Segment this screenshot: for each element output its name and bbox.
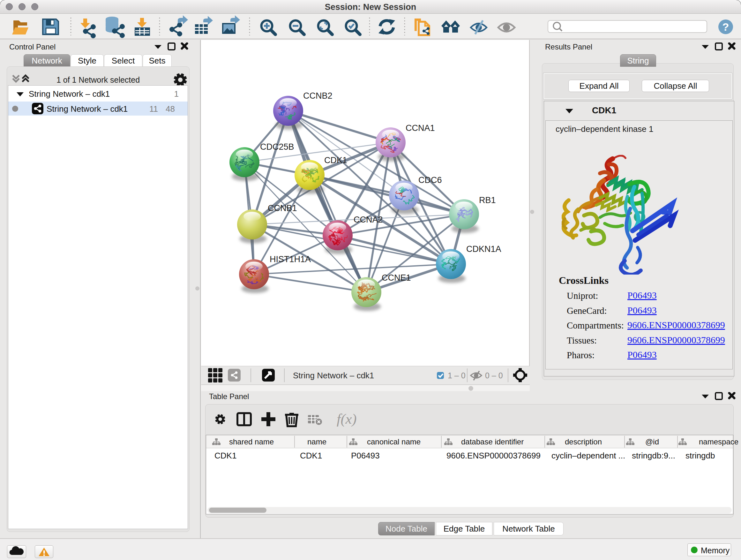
svg-text:0 – 0: 0 – 0 — [485, 371, 503, 380]
svg-text:CCNA2: CCNA2 — [354, 215, 383, 225]
svg-text:CCNB1: CCNB1 — [268, 203, 297, 213]
svg-text:String Network – cdk1: String Network – cdk1 — [293, 371, 374, 380]
svg-text:CDC6: CDC6 — [418, 175, 442, 185]
svg-text:CDKN1A: CDKN1A — [466, 244, 501, 254]
svg-text:f(x): f(x) — [337, 411, 356, 427]
svg-text:CDC25B: CDC25B — [260, 142, 294, 152]
svg-text:1 – 0: 1 – 0 — [448, 371, 466, 380]
svg-text:RB1: RB1 — [479, 195, 496, 205]
svg-text:?: ? — [723, 21, 729, 33]
svg-text:CCNE1: CCNE1 — [382, 273, 411, 283]
svg-text:CCNA1: CCNA1 — [406, 123, 435, 133]
svg-text:HIST1H1A: HIST1H1A — [270, 254, 311, 264]
svg-text:CCNB2: CCNB2 — [303, 91, 333, 101]
svg-text:CDK1: CDK1 — [324, 155, 347, 165]
